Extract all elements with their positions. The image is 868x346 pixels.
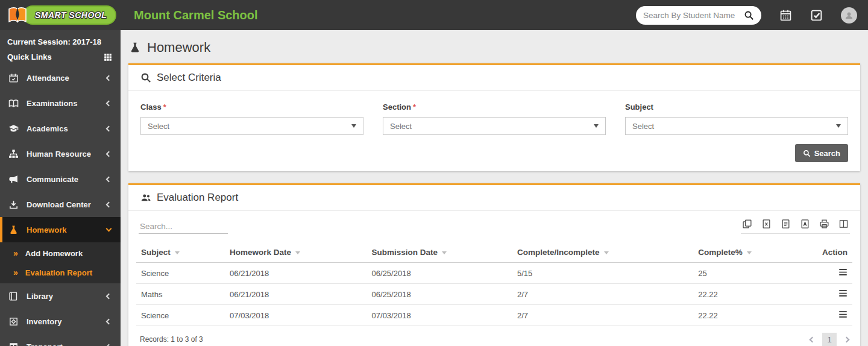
column-header-complete-incomplete[interactable]: Complete/Incomplete	[512, 242, 693, 263]
sidebar-item-transport[interactable]: Transport	[0, 334, 121, 346]
task-check-icon[interactable]	[810, 9, 823, 22]
class-select-value: Select	[148, 122, 351, 131]
class-label: Class	[140, 102, 162, 112]
submenu-item-evaluation-report[interactable]: » Evaluation Report	[0, 263, 121, 282]
chevron-left-icon	[106, 75, 112, 81]
sidebar-item-examinations[interactable]: Examinations	[0, 90, 121, 116]
records-summary: Records: 1 to 3 of 3	[140, 335, 203, 344]
sort-icon	[175, 251, 180, 254]
sidebar-item-label: Inventory	[27, 317, 107, 326]
column-header-subject[interactable]: Subject	[136, 242, 225, 263]
panel-title: Select Criteria	[157, 72, 221, 84]
sidebar-item-homework[interactable]: Homework	[0, 217, 121, 242]
search-button-label: Search	[814, 149, 840, 158]
quick-links[interactable]: Quick Links	[0, 48, 121, 65]
csv-icon[interactable]	[781, 219, 791, 229]
student-search-box[interactable]	[636, 6, 761, 25]
column-header-submission-date[interactable]: Submission Date	[367, 242, 512, 263]
next-page-icon[interactable]	[844, 336, 850, 342]
app-logo[interactable]: SMART SCHOOL	[7, 5, 121, 25]
select-criteria-panel: Select Criteria Class* Select Section* S…	[128, 63, 860, 171]
download-icon	[8, 200, 19, 210]
page-title: Homework	[147, 40, 210, 55]
sort-icon	[604, 251, 609, 254]
grid-icon[interactable]	[104, 53, 112, 61]
cell-submission-date: 06/25/2018	[367, 263, 512, 284]
row-action-menu-icon[interactable]	[838, 268, 848, 276]
row-action-menu-icon[interactable]	[838, 310, 848, 318]
columns-icon[interactable]	[838, 219, 849, 229]
dropdown-arrow-icon	[594, 124, 599, 128]
column-header-homework-date[interactable]: Homework Date	[225, 242, 366, 263]
table-search-input[interactable]	[139, 219, 228, 234]
sidebar-item-label: Library	[27, 292, 107, 301]
submenu-item-add-homework[interactable]: » Add Homework	[0, 244, 121, 263]
table-row: Maths 06/21/2018 06/25/2018 2/7 22.22	[136, 284, 852, 305]
search-icon	[803, 149, 811, 157]
chevron-left-icon	[106, 176, 112, 182]
cell-complete-incomplete: 2/7	[512, 284, 693, 305]
submenu-item-label: Evaluation Report	[25, 268, 92, 277]
required-marker: *	[163, 102, 166, 112]
page-number[interactable]: 1	[822, 333, 837, 346]
sidebar-item-communicate[interactable]: Communicate	[0, 166, 121, 192]
pdf-icon[interactable]	[800, 219, 810, 229]
open-book-icon	[8, 98, 19, 109]
copy-icon[interactable]	[742, 219, 752, 229]
cell-subject: Science	[136, 263, 225, 284]
current-session-label: Current Session: 2017-18	[0, 30, 121, 48]
quick-links-label: Quick Links	[7, 52, 52, 61]
table-row: Science 06/21/2018 06/25/2018 5/15 25	[136, 263, 852, 284]
cube-icon	[8, 316, 19, 327]
chevron-left-icon	[106, 201, 112, 207]
user-avatar[interactable]	[841, 7, 857, 24]
book-icon	[8, 291, 19, 301]
chevron-left-icon	[106, 344, 112, 346]
subject-label: Subject	[625, 102, 653, 112]
cell-homework-date: 06/21/2018	[225, 284, 366, 305]
cell-subject: Maths	[136, 284, 225, 305]
sidebar-item-attendance[interactable]: Attendance	[0, 65, 121, 90]
sidebar-item-label: Download Center	[27, 200, 107, 209]
required-marker: *	[413, 102, 416, 112]
logo-text: SMART SCHOOL	[35, 10, 107, 20]
export-toolbar	[741, 219, 850, 234]
homework-submenu: » Add Homework » Evaluation Report	[0, 242, 121, 283]
main-content: Homework Select Criteria Class* Select	[121, 30, 868, 346]
book-logo-icon	[7, 6, 28, 24]
subject-select[interactable]: Select	[625, 117, 848, 135]
column-header-action: Action	[817, 242, 852, 263]
cell-homework-date: 06/21/2018	[225, 263, 366, 284]
sidebar-item-label: Attendance	[27, 74, 107, 83]
row-action-menu-icon[interactable]	[838, 289, 848, 297]
calendar-icon[interactable]	[779, 9, 792, 22]
sitemap-icon	[8, 149, 19, 159]
sidebar-item-label: Examinations	[27, 99, 107, 108]
cell-complete-incomplete: 5/15	[512, 263, 693, 284]
chevron-down-icon	[106, 226, 112, 232]
sidebar-item-human-resource[interactable]: Human Resource	[0, 141, 121, 166]
student-search-input[interactable]	[643, 11, 744, 20]
sidebar-item-inventory[interactable]: Inventory	[0, 309, 121, 334]
cell-complete-incomplete: 2/7	[512, 305, 693, 326]
class-select[interactable]: Select	[140, 117, 363, 135]
search-icon	[140, 72, 151, 83]
cell-homework-date: 07/03/2018	[225, 305, 366, 326]
column-header-complete-percent[interactable]: Complete%	[693, 242, 817, 263]
sort-icon	[442, 251, 447, 254]
table-row: Science 07/03/2018 07/03/2018 2/7 22.22	[136, 305, 852, 326]
search-button[interactable]: Search	[795, 144, 848, 162]
dropdown-arrow-icon	[351, 124, 356, 128]
sidebar-item-label: Homework	[27, 225, 107, 234]
sidebar-item-academics[interactable]: Academics	[0, 116, 121, 141]
excel-icon[interactable]	[761, 219, 772, 229]
search-icon[interactable]	[744, 10, 754, 20]
previous-page-icon[interactable]	[810, 336, 816, 342]
users-group-icon	[140, 192, 151, 203]
section-select[interactable]: Select	[383, 117, 606, 135]
sidebar-item-download-center[interactable]: Download Center	[0, 192, 121, 217]
sidebar-item-library[interactable]: Library	[0, 283, 121, 309]
cell-submission-date: 07/03/2018	[367, 305, 512, 326]
chevron-left-icon	[106, 318, 112, 324]
print-icon[interactable]	[819, 219, 829, 229]
